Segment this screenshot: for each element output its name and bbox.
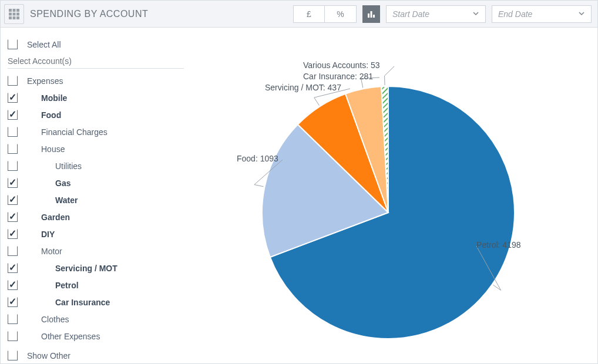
- svg-rect-10: [371, 11, 372, 18]
- account-label: Food: [27, 110, 61, 120]
- account-row[interactable]: Petrol: [8, 277, 183, 294]
- checkbox-icon: [8, 212, 18, 222]
- svg-rect-4: [13, 12, 16, 15]
- pie-chart-svg: [189, 28, 598, 362]
- slice-label-food: Food: 1093: [237, 154, 278, 163]
- checkbox-icon: [8, 314, 18, 324]
- account-row[interactable]: Clothes: [8, 311, 183, 328]
- chevron-down-icon: [472, 9, 479, 19]
- percent-button[interactable]: %: [325, 5, 357, 23]
- select-all-label: Select All: [27, 40, 61, 49]
- account-label: Expenses: [27, 76, 63, 86]
- account-row[interactable]: Gas: [8, 174, 183, 191]
- account-label: Garden: [27, 213, 70, 222]
- svg-rect-9: [368, 14, 369, 18]
- account-row[interactable]: Other Expenses: [8, 328, 183, 345]
- checkbox-icon: [8, 246, 18, 256]
- checkbox-icon: [8, 39, 18, 49]
- account-label: Servicing / MOT: [27, 264, 117, 273]
- checkbox-icon: [8, 161, 18, 171]
- show-other-label: Show Other: [27, 351, 70, 360]
- bar-chart-toggle-button[interactable]: [362, 5, 380, 23]
- start-date-select[interactable]: Start Date: [386, 5, 486, 23]
- account-label: Mobile: [27, 93, 67, 103]
- checkbox-icon: [8, 350, 18, 360]
- account-row[interactable]: Financial Charges: [8, 123, 183, 140]
- checkbox-icon: [8, 263, 18, 273]
- account-label: Clothes: [27, 315, 69, 324]
- page-title: SPENDING BY ACCOUNT: [30, 9, 148, 19]
- account-row[interactable]: Food: [8, 106, 183, 123]
- account-row[interactable]: Water: [8, 191, 183, 208]
- svg-rect-11: [373, 15, 375, 18]
- account-row[interactable]: Motor: [8, 242, 183, 259]
- svg-rect-1: [13, 9, 16, 12]
- pie-chart-area: Petrol: 4198 Food: 1093 Servicing / MOT:…: [189, 28, 597, 363]
- checkbox-icon: [8, 280, 18, 290]
- select-all-row[interactable]: Select All: [8, 36, 183, 53]
- account-row[interactable]: House: [8, 140, 183, 157]
- checkbox-icon: [8, 195, 18, 205]
- checkbox-icon: [8, 127, 18, 137]
- svg-rect-7: [13, 16, 16, 19]
- slice-label-car-insurance: Car Insurance: 281: [303, 72, 373, 81]
- unit-toggle: £ %: [293, 5, 357, 23]
- select-accounts-subheader: Select Account(s): [8, 56, 183, 66]
- svg-rect-2: [16, 9, 19, 12]
- account-row[interactable]: Utilities: [8, 157, 183, 174]
- show-other-row[interactable]: Show Other: [8, 347, 183, 364]
- svg-rect-6: [9, 16, 12, 19]
- checkbox-icon: [8, 297, 18, 307]
- slice-label-servicing: Servicing / MOT: 437: [265, 83, 341, 92]
- account-label: DIY: [27, 230, 55, 239]
- svg-rect-0: [9, 9, 12, 12]
- account-label: Gas: [27, 178, 70, 188]
- account-label: Motor: [27, 247, 62, 256]
- currency-button[interactable]: £: [293, 5, 325, 23]
- account-row[interactable]: Servicing / MOT: [8, 259, 183, 277]
- account-label: Utilities: [27, 161, 82, 171]
- svg-rect-3: [9, 12, 12, 15]
- checkbox-icon: [8, 144, 18, 154]
- account-row[interactable]: Car Insurance: [8, 294, 183, 311]
- grid-icon[interactable]: [4, 4, 24, 24]
- checkbox-icon: [8, 229, 18, 239]
- account-label: Petrol: [27, 281, 79, 290]
- account-label: House: [27, 144, 65, 154]
- slice-label-various: Various Accounts: 53: [303, 60, 379, 70]
- account-selector-sidebar: Select All Select Account(s) ExpensesMob…: [1, 28, 189, 363]
- checkbox-icon: [8, 93, 18, 103]
- account-label: Other Expenses: [27, 332, 100, 341]
- end-date-select[interactable]: End Date: [492, 5, 592, 23]
- account-row[interactable]: DIY: [8, 225, 183, 242]
- checkbox-icon: [8, 76, 18, 86]
- account-label: Water: [27, 196, 78, 205]
- checkbox-icon: [8, 178, 18, 188]
- account-row[interactable]: Mobile: [8, 89, 183, 106]
- checkbox-icon: [8, 110, 18, 120]
- slice-label-petrol: Petrol: 4198: [476, 240, 521, 250]
- svg-rect-8: [16, 16, 19, 19]
- checkbox-icon: [8, 331, 18, 341]
- header-bar: SPENDING BY ACCOUNT £ % Start Date End D…: [1, 1, 597, 28]
- account-row[interactable]: Garden: [8, 208, 183, 225]
- chevron-down-icon: [578, 9, 585, 19]
- account-row[interactable]: Expenses: [8, 72, 183, 89]
- end-date-placeholder: End Date: [498, 9, 532, 19]
- start-date-placeholder: Start Date: [392, 9, 429, 19]
- divider: [8, 68, 184, 69]
- svg-rect-5: [16, 12, 19, 15]
- account-label: Financial Charges: [27, 127, 107, 137]
- account-label: Car Insurance: [27, 298, 110, 307]
